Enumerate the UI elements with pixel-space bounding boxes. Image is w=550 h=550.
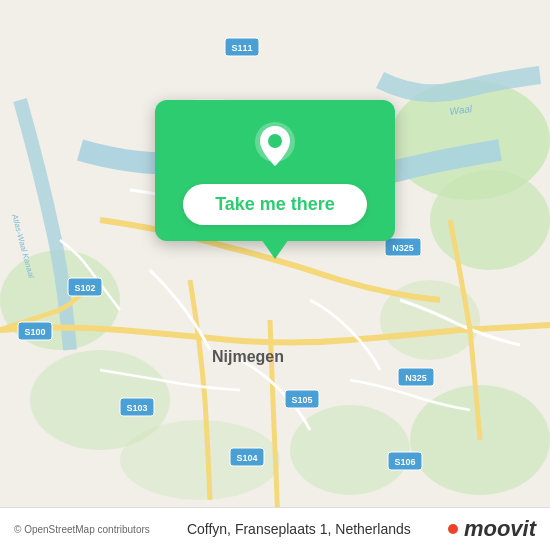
n325-bottom-label: N325 bbox=[405, 373, 427, 383]
moovit-dot bbox=[448, 524, 458, 534]
s100-left-label: S100 bbox=[24, 327, 45, 337]
bottom-bar: © OpenStreetMap contributors Coffyn, Fra… bbox=[0, 507, 550, 550]
s102-label: S102 bbox=[74, 283, 95, 293]
s105-label: S105 bbox=[291, 395, 312, 405]
nijmegen-label: Nijmegen bbox=[212, 348, 284, 365]
s111-label: S111 bbox=[231, 43, 252, 53]
map-container: S111 S100 S100 S102 S103 S104 S105 S106 … bbox=[0, 0, 550, 550]
pin-icon bbox=[248, 120, 302, 174]
s104-label: S104 bbox=[236, 453, 257, 463]
osm-attribution: © OpenStreetMap contributors bbox=[14, 524, 150, 535]
location-popup: Take me there bbox=[155, 100, 395, 241]
svg-point-7 bbox=[290, 405, 410, 495]
location-address: Coffyn, Franseplaats 1, Netherlands bbox=[187, 521, 411, 537]
take-me-there-button[interactable]: Take me there bbox=[183, 184, 367, 225]
moovit-brand: moovit bbox=[464, 516, 536, 542]
s106-label: S106 bbox=[394, 457, 415, 467]
bottom-bar-left: © OpenStreetMap contributors bbox=[14, 524, 150, 535]
n325-top-label: N325 bbox=[392, 243, 414, 253]
s103-label: S103 bbox=[126, 403, 147, 413]
svg-point-2 bbox=[430, 170, 550, 270]
moovit-logo: moovit bbox=[448, 516, 536, 542]
map-svg: S111 S100 S100 S102 S103 S104 S105 S106 … bbox=[0, 0, 550, 550]
svg-point-20 bbox=[268, 134, 282, 148]
